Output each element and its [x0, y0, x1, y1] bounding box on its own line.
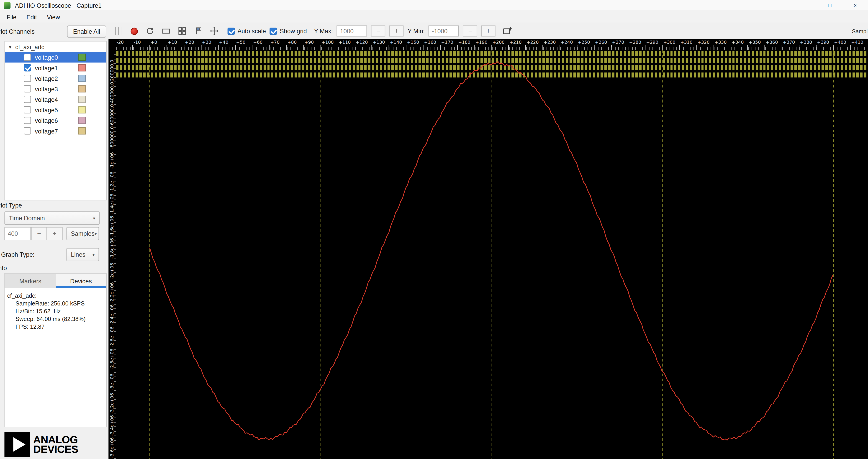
y-min-increment-button[interactable]: +: [481, 26, 496, 37]
x-tick: [731, 45, 731, 50]
show-grid-toggle[interactable]: Show grid: [270, 27, 307, 35]
y-min-decrement-button[interactable]: −: [463, 26, 477, 37]
channel-row[interactable]: voltage0: [5, 52, 106, 62]
plot-canvas[interactable]: [116, 50, 868, 459]
chevron-down-icon: ▾: [93, 215, 95, 220]
y-tick-label: -1e+06: [110, 152, 115, 169]
app-icon: [4, 2, 10, 9]
channel-row[interactable]: voltage4: [5, 94, 106, 104]
x-tick: [560, 45, 560, 50]
x-tick: [320, 45, 321, 50]
channel-color-swatch[interactable]: [78, 75, 86, 82]
channel-checkbox[interactable]: [24, 127, 31, 134]
x-tick-label: +300: [663, 40, 675, 45]
y-max-decrement-button[interactable]: −: [371, 26, 385, 37]
move-pan-icon[interactable]: [208, 25, 220, 37]
menu-item-edit[interactable]: Edit: [22, 12, 42, 22]
y-min-input[interactable]: [429, 26, 459, 37]
channel-row[interactable]: voltage1: [5, 63, 106, 73]
info-detail-line: Sweep: 64.00 ms (82.38%): [7, 315, 104, 323]
channel-row[interactable]: voltage7: [5, 126, 106, 136]
y-max-input[interactable]: [337, 26, 367, 37]
capture-record-button[interactable]: [128, 25, 140, 37]
x-tick: [372, 45, 372, 50]
titlebar: ADI IIO Oscilloscope - Capture1 — □ ×: [0, 0, 868, 11]
x-tick-label: +390: [817, 40, 829, 45]
close-button[interactable]: ×: [842, 0, 868, 10]
logo-line2: DEVICES: [33, 445, 79, 454]
plot-type-dropdown[interactable]: Time Domain ▾: [4, 211, 99, 224]
channel-row[interactable]: voltage2: [5, 73, 106, 84]
x-tick: [354, 45, 355, 50]
x-tick: [747, 45, 748, 50]
maximize-button[interactable]: □: [817, 0, 842, 10]
y-tick-label: -1.2e+06: [110, 172, 115, 192]
x-tick-label: +10: [168, 40, 177, 45]
sample-count-increment-button[interactable]: +: [46, 227, 62, 240]
menu-item-view[interactable]: View: [42, 12, 65, 22]
screenshot-icon[interactable]: [160, 25, 172, 37]
restart-capture-icon[interactable]: [144, 25, 156, 37]
channel-checkbox[interactable]: [24, 75, 31, 82]
channel-row[interactable]: voltage5: [5, 104, 106, 115]
tab-markers[interactable]: Markers: [5, 274, 56, 288]
x-tick-label: +410: [851, 40, 863, 45]
x-tick-label: +330: [714, 40, 726, 45]
channel-checkbox[interactable]: [24, 85, 31, 92]
grid-layout-icon[interactable]: [176, 25, 188, 37]
y-tick-label: -800000.0: [110, 126, 115, 149]
channel-color-swatch[interactable]: [78, 127, 86, 134]
minimize-button[interactable]: —: [792, 0, 817, 10]
enable-all-button[interactable]: Enable All: [67, 26, 106, 38]
x-tick-label: +220: [527, 40, 538, 45]
sample-unit-dropdown[interactable]: Samples ▾: [66, 227, 99, 240]
tab-devices[interactable]: Devices: [56, 274, 106, 288]
x-tick-label: +230: [544, 40, 556, 45]
auto-scale-checkbox[interactable]: [227, 27, 235, 35]
marker-flag-icon[interactable]: [192, 25, 204, 37]
x-axis-ruler: -20-10+0+10+20+30+40+50+60+70+80+90+100+…: [116, 39, 868, 50]
y-tick-label: -600000.0: [110, 104, 115, 127]
info-detail-line: Hz/Bin: 15.62 Hz: [7, 307, 104, 315]
channel-color-swatch[interactable]: [78, 106, 86, 114]
channel-checkbox[interactable]: [24, 54, 31, 61]
graph-type-dropdown[interactable]: Lines ▾: [66, 248, 99, 261]
waveform-path: [150, 62, 833, 440]
add-plot-icon[interactable]: [502, 25, 514, 37]
x-tick-label: -20: [116, 40, 124, 45]
x-tick-label: +380: [800, 40, 812, 45]
channel-color-swatch[interactable]: [78, 96, 86, 103]
sample-count-decrement-button[interactable]: −: [31, 227, 47, 240]
channel-checkbox[interactable]: [24, 96, 31, 103]
y-tick-label: -2.8e+06: [110, 349, 115, 369]
x-tick: [713, 45, 714, 50]
channel-checkbox[interactable]: [24, 64, 31, 71]
auto-scale-label: Auto scale: [238, 28, 266, 34]
menu-item-file[interactable]: File: [2, 12, 22, 22]
x-tick-label: +30: [202, 40, 211, 45]
channel-checkbox[interactable]: [24, 106, 31, 114]
channel-row[interactable]: voltage6: [5, 115, 106, 125]
show-grid-checkbox[interactable]: [270, 27, 277, 35]
channel-color-swatch[interactable]: [78, 117, 86, 124]
device-tree-node[interactable]: ▾ cf_axi_adc: [5, 41, 106, 52]
channel-color-swatch[interactable]: [78, 54, 86, 61]
x-tick: [594, 45, 594, 50]
y-max-increment-button[interactable]: +: [389, 26, 404, 37]
y-tick-label: -2.4e+06: [110, 305, 115, 325]
plot-type-label: Plot Type: [0, 202, 22, 209]
x-tick-label: +90: [304, 40, 314, 45]
channel-label: voltage7: [35, 128, 58, 134]
channel-row[interactable]: voltage3: [5, 84, 106, 94]
channel-color-swatch[interactable]: [78, 64, 86, 71]
device-group-label: cf_axi_adc: [15, 43, 44, 50]
channel-checkbox[interactable]: [24, 117, 31, 124]
sample-count-input[interactable]: [4, 227, 31, 240]
channel-color-swatch[interactable]: [78, 85, 86, 92]
expander-icon[interactable]: ▾: [9, 44, 11, 50]
x-tick-label: -10: [133, 40, 141, 45]
x-tick: [645, 45, 645, 50]
x-tick: [406, 45, 406, 50]
auto-scale-toggle[interactable]: Auto scale: [227, 27, 266, 35]
x-tick: [218, 45, 218, 50]
